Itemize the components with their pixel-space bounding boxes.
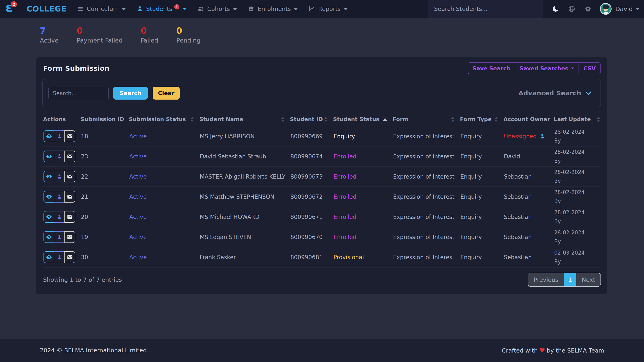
- next-page-button[interactable]: Next: [576, 273, 600, 286]
- email-button[interactable]: [64, 130, 75, 142]
- col-form[interactable]: Form: [393, 107, 460, 126]
- table-row: 20 Active MS Michael HOWARD 800990671 En…: [43, 207, 601, 227]
- col-last-update[interactable]: Last Update: [554, 107, 601, 126]
- student-search-input[interactable]: [428, 0, 543, 18]
- current-page-button[interactable]: 1: [564, 273, 576, 286]
- student-name: David Sebastian Straub: [199, 146, 290, 166]
- eye-icon: [46, 234, 52, 240]
- submission-status: Active: [129, 227, 199, 247]
- form: Expression of Interest: [393, 126, 460, 146]
- view-button[interactable]: [44, 130, 54, 142]
- profile-button[interactable]: [54, 231, 65, 243]
- saved-searches-button[interactable]: Saved Searches: [515, 63, 579, 74]
- form-submission-card: Form Submission Save Search Saved Search…: [36, 57, 607, 294]
- person-icon: [57, 194, 62, 199]
- user-name: David: [615, 6, 633, 13]
- search-button[interactable]: Search: [113, 87, 148, 100]
- assign-owner-button[interactable]: [540, 133, 545, 139]
- nav-menus: Curriculum Students ! Cohorts Enrolments: [77, 6, 348, 12]
- copyright-text: 2024 © SELMA International Limited: [40, 347, 147, 354]
- view-button[interactable]: [44, 151, 54, 162]
- row-actions: [44, 211, 77, 223]
- submission-status: Active: [129, 207, 199, 227]
- student-status: Enrolled: [333, 146, 393, 166]
- student-status: Enrolled: [333, 166, 393, 187]
- account-owner: Sebastian: [504, 166, 554, 187]
- csv-export-button[interactable]: CSV: [578, 63, 600, 74]
- table-row: 22 Active MASTER Abigail Roberts KELLY 8…: [43, 166, 601, 187]
- dark-mode-toggle[interactable]: [552, 5, 559, 13]
- brand-title[interactable]: COLLEGE: [26, 5, 67, 13]
- crafted-suffix: by the SELMA Team: [547, 347, 604, 354]
- col-submission-status[interactable]: Submission Status: [129, 107, 199, 126]
- hamburger-icon: [77, 6, 84, 12]
- user-menu[interactable]: David: [615, 6, 639, 13]
- table-row: 23 Active David Sebastian Straub 8009906…: [43, 146, 601, 166]
- nav-cohorts[interactable]: Cohorts: [197, 6, 237, 12]
- profile-button[interactable]: [54, 211, 65, 223]
- card-header: Form Submission Save Search Saved Search…: [36, 57, 607, 74]
- eye-icon: [46, 194, 52, 200]
- sort-icon: [281, 117, 284, 122]
- email-button[interactable]: [64, 211, 75, 223]
- advanced-search-label: Advanced Search: [518, 89, 581, 97]
- view-button[interactable]: [44, 171, 54, 182]
- nav-reports[interactable]: Reports: [308, 6, 347, 12]
- view-button[interactable]: [44, 191, 54, 203]
- settings-button[interactable]: [584, 5, 592, 13]
- col-student-status[interactable]: Student Status: [333, 107, 393, 126]
- saved-searches-label: Saved Searches: [520, 65, 568, 72]
- last-update-date: 28-02-2024: [554, 129, 598, 134]
- submission-id: 18: [80, 126, 129, 146]
- email-button[interactable]: [64, 151, 75, 162]
- profile-button[interactable]: [54, 171, 65, 182]
- save-search-button[interactable]: Save Search: [468, 63, 515, 74]
- email-button[interactable]: [64, 191, 75, 203]
- form-type: Enquiry: [460, 227, 504, 247]
- row-actions: [44, 251, 77, 263]
- avatar-hair: [603, 5, 609, 9]
- advanced-search-toggle[interactable]: Advanced Search: [518, 89, 592, 97]
- last-update-by: By: [554, 239, 598, 244]
- person-icon: [136, 6, 143, 12]
- profile-button[interactable]: [54, 151, 65, 162]
- person-icon: [57, 255, 62, 260]
- student-name: MS Logan STEVEN: [199, 227, 290, 247]
- nav-curriculum[interactable]: Curriculum: [77, 6, 126, 12]
- profile-button[interactable]: [54, 191, 65, 203]
- last-update-by: By: [554, 178, 598, 184]
- language-button[interactable]: [568, 5, 575, 13]
- email-button[interactable]: [64, 171, 75, 182]
- clear-button[interactable]: Clear: [153, 87, 180, 100]
- app-logo[interactable]: ε 2: [5, 0, 20, 18]
- sort-icon: [494, 117, 498, 122]
- col-form-type[interactable]: Form Type: [460, 107, 504, 126]
- student-status: Enrolled: [333, 207, 393, 227]
- student-id: 800990674: [290, 146, 333, 166]
- nav-students-label: Students: [146, 6, 172, 12]
- crafted-text: Crafted with♥by the SELMA Team: [502, 346, 604, 354]
- student-name: MS Matthew STEPHENSON: [199, 187, 290, 207]
- email-button[interactable]: [64, 251, 75, 263]
- view-button[interactable]: [44, 231, 54, 243]
- col-student-id[interactable]: Student ID: [290, 107, 333, 126]
- view-button[interactable]: [44, 251, 54, 263]
- nav-students[interactable]: Students !: [136, 6, 186, 12]
- stat-pending-label: Pending: [176, 37, 200, 44]
- chevron-down-icon: [585, 91, 592, 95]
- previous-page-button[interactable]: Previous: [528, 273, 564, 286]
- submission-id: 30: [80, 247, 129, 267]
- profile-button[interactable]: [54, 251, 65, 263]
- table-search-input[interactable]: [48, 87, 109, 99]
- last-update-date: 28-02-2024: [554, 170, 598, 175]
- nav-enrolments[interactable]: Enrolments: [248, 6, 298, 12]
- col-student-name[interactable]: Student Name: [199, 107, 290, 126]
- table-row: 21 Active MS Matthew STEPHENSON 80099067…: [43, 187, 601, 207]
- profile-button[interactable]: [54, 130, 65, 142]
- account-owner: Sebastian: [504, 227, 554, 247]
- user-avatar[interactable]: [600, 3, 612, 15]
- email-button[interactable]: [64, 231, 75, 243]
- gear-icon: [584, 5, 592, 13]
- view-button[interactable]: [44, 211, 54, 223]
- col-account-owner: Account Owner: [504, 107, 554, 126]
